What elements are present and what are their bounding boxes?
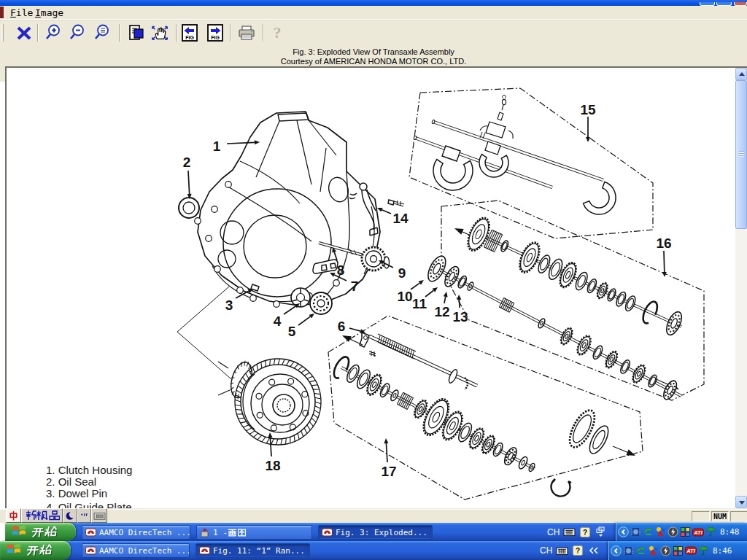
print-icon <box>236 23 257 43</box>
utility-tray-icon[interactable] <box>680 526 691 537</box>
left-margin <box>0 82 5 541</box>
start-label: 开始 <box>26 543 52 556</box>
parts-list-line: 4. Oil Guide Plate <box>46 501 132 508</box>
vertical-scrollbar[interactable] <box>735 68 747 508</box>
ime-punctuation-button[interactable] <box>77 508 91 523</box>
zoom-in-icon <box>44 23 64 43</box>
chevrons-icon[interactable] <box>589 546 599 555</box>
language-indicator[interactable]: CH <box>547 527 560 537</box>
keyboard-layout-icon[interactable] <box>563 527 576 537</box>
task-button[interactable]: Fig. 3: Exploded...Fig. 3: Exploded... <box>318 525 433 540</box>
language-bar-restore-icon[interactable] <box>596 526 605 537</box>
next-figure-button[interactable]: FIG <box>205 23 225 43</box>
zoom-in-button[interactable] <box>44 23 64 43</box>
part-label-12: 12 <box>434 292 449 319</box>
figure-view[interactable]: 123456789101112131415161718 1. Clutch Ho… <box>5 66 747 508</box>
sync-arrow-tray-icon[interactable] <box>643 526 654 537</box>
windows-flag-icon <box>6 542 22 557</box>
parts-list-line: 3. Dowel Pin <box>46 487 107 499</box>
svg-text:ATI: ATI <box>686 548 695 554</box>
system-tray: ATI8:48 <box>616 523 747 541</box>
hide-icons-chevron-icon[interactable] <box>611 545 622 556</box>
task-button-label: AAMCO DirecTech ...AAMCO DirecTech ... <box>99 528 190 537</box>
svg-text:16: 16 <box>656 236 671 251</box>
power-tray-icon[interactable] <box>667 526 678 537</box>
task-button[interactable]: AAMCO DirecTech ...AAMCO DirecTech ... <box>82 543 190 558</box>
parts-list-line: 2. Oil Seal <box>46 475 96 488</box>
ime-bar: 中 新极品 <box>6 508 107 523</box>
svg-text:1: 1 <box>213 139 221 154</box>
hide-icons-chevron-icon[interactable] <box>618 526 629 537</box>
task-button[interactable]: 1 - 1 - 画图 <box>196 525 312 540</box>
start-button[interactable]: 开始 <box>5 523 76 541</box>
ime-help-icon[interactable]: ? <box>580 527 590 537</box>
ime-keyboard-button[interactable] <box>91 508 107 523</box>
task-button-label: Fig. 3: Exploded...Fig. 3: Exploded... <box>336 528 427 537</box>
antivirus-umbrella-tray-icon[interactable] <box>698 545 709 556</box>
antivirus-umbrella-tray-icon[interactable] <box>705 526 716 537</box>
fig-prev-icon: FIG <box>179 23 200 43</box>
svg-text:18: 18 <box>265 458 280 473</box>
sync-arrow-tray-icon[interactable] <box>635 545 646 556</box>
status-pane-cap <box>692 511 710 521</box>
task-button-label: Fig. 11: “1” Ran...Fig. 11: “1” Ran... <box>213 546 305 556</box>
zoom-page-icon <box>93 23 113 43</box>
ati-tray-icon[interactable]: ATI <box>685 546 697 555</box>
svg-text:11: 11 <box>412 296 427 311</box>
clock[interactable]: 8:48 <box>720 527 740 537</box>
svg-text:17: 17 <box>381 464 396 479</box>
print-button[interactable] <box>236 23 257 43</box>
keyboard-layout-icon[interactable] <box>556 546 568 556</box>
moon-icon <box>66 511 75 521</box>
close-figure-button[interactable] <box>14 23 34 43</box>
ime-fullhalf-button[interactable] <box>63 508 77 523</box>
graphics-tray-icon[interactable] <box>648 545 659 556</box>
pan-button[interactable] <box>150 23 170 43</box>
ati-tray-icon[interactable]: ATI <box>692 528 704 537</box>
caption-line1: Fig. 3: Exploded View Of Transaxle Assem… <box>0 47 747 57</box>
scrollbar-thumb[interactable] <box>735 80 747 229</box>
scroll-down-button[interactable] <box>735 496 747 508</box>
app-icon <box>0 7 4 18</box>
ime-help-icon[interactable]: ? <box>573 545 583 556</box>
svg-text:8: 8 <box>337 262 345 278</box>
parts-list-line: 1. Clutch Housing <box>46 464 132 476</box>
scrollbar-grip <box>739 151 744 157</box>
zoom-out-button[interactable] <box>68 23 88 43</box>
punctuation-icon <box>80 511 89 521</box>
windows-flag-icon <box>11 524 27 539</box>
part-label-15: 15 <box>580 102 596 142</box>
previous-figure-button[interactable]: FIG <box>179 23 200 43</box>
scroll-up-button[interactable] <box>735 68 747 80</box>
help-icon: ? <box>274 23 282 42</box>
part-label-2: 2 <box>183 155 192 199</box>
zoom-page-button[interactable] <box>93 23 113 43</box>
svg-text:FIG: FIG <box>185 35 194 40</box>
part-label-5: 5 <box>288 314 314 339</box>
language-indicator[interactable]: CH <box>540 545 552 556</box>
task-button[interactable]: Fig. 11: “1” Ran...Fig. 11: “1” Ran... <box>196 543 310 558</box>
copy-icon <box>126 23 147 43</box>
help-button[interactable]: ? <box>267 23 287 43</box>
menu-file[interactable]: File <box>10 7 33 18</box>
task-button[interactable]: AAMCO DirecTech ...AAMCO DirecTech ... <box>82 525 190 540</box>
ime-name-button[interactable]: 新极品 <box>21 508 63 523</box>
directech-app-icon <box>85 528 96 537</box>
media-player-tray-icon[interactable] <box>630 526 641 537</box>
start-label: 开始 <box>31 525 57 537</box>
gear-train-countershaft <box>331 354 536 472</box>
inset-box-countershaft <box>328 316 643 499</box>
graphics-tray-icon[interactable] <box>655 526 666 537</box>
svg-text:14: 14 <box>392 211 409 226</box>
copy-button[interactable] <box>126 23 147 43</box>
directech-app-icon <box>200 528 210 537</box>
power-tray-icon[interactable] <box>660 545 671 556</box>
start-button[interactable]: 开始 <box>0 541 71 560</box>
media-player-tray-icon[interactable] <box>623 545 634 556</box>
clock[interactable]: 8:46 <box>713 546 732 556</box>
utility-tray-icon[interactable] <box>673 545 684 556</box>
menu-image[interactable]: Image <box>35 7 63 18</box>
ime-logo-button[interactable]: 中 <box>6 508 21 523</box>
svg-text:5: 5 <box>288 324 296 339</box>
svg-text:2: 2 <box>183 155 191 170</box>
